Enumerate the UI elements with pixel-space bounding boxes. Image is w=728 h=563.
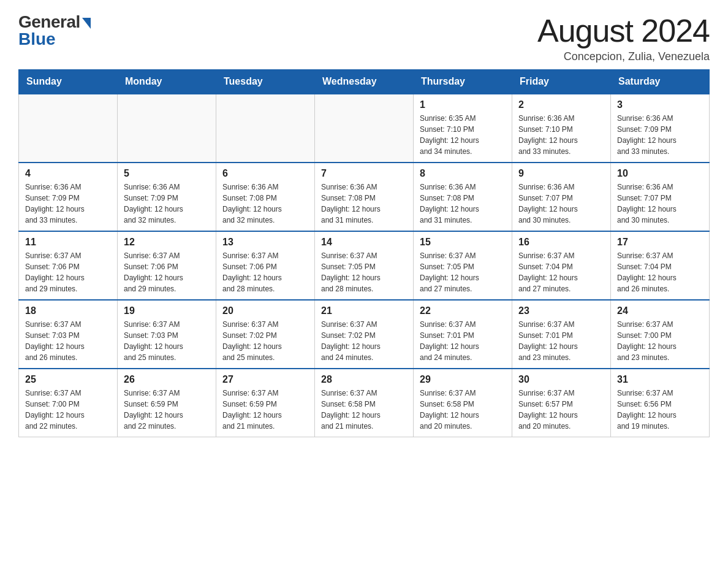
day-info: Sunrise: 6:37 AMSunset: 7:05 PMDaylight:… bbox=[420, 250, 506, 294]
day-number: 23 bbox=[518, 305, 604, 316]
calendar-cell: 18Sunrise: 6:37 AMSunset: 7:03 PMDayligh… bbox=[19, 300, 118, 369]
day-info: Sunrise: 6:37 AMSunset: 7:02 PMDaylight:… bbox=[321, 319, 407, 363]
day-number: 1 bbox=[420, 99, 506, 110]
day-info: Sunrise: 6:37 AMSunset: 7:06 PMDaylight:… bbox=[222, 250, 308, 294]
day-info: Sunrise: 6:37 AMSunset: 6:57 PMDaylight:… bbox=[518, 388, 604, 432]
week-row-5: 25Sunrise: 6:37 AMSunset: 7:00 PMDayligh… bbox=[19, 369, 710, 437]
calendar-cell: 1Sunrise: 6:35 AMSunset: 7:10 PMDaylight… bbox=[414, 94, 512, 163]
day-number: 24 bbox=[617, 305, 703, 316]
calendar-cell: 24Sunrise: 6:37 AMSunset: 7:00 PMDayligh… bbox=[611, 300, 710, 369]
day-number: 9 bbox=[518, 168, 604, 179]
day-info: Sunrise: 6:36 AMSunset: 7:07 PMDaylight:… bbox=[617, 182, 703, 226]
day-info: Sunrise: 6:37 AMSunset: 7:06 PMDaylight:… bbox=[124, 250, 210, 294]
day-info: Sunrise: 6:36 AMSunset: 7:08 PMDaylight:… bbox=[222, 182, 308, 226]
logo-arrow-icon bbox=[82, 18, 91, 29]
day-info: Sunrise: 6:37 AMSunset: 7:00 PMDaylight:… bbox=[25, 388, 111, 432]
calendar-cell: 20Sunrise: 6:37 AMSunset: 7:02 PMDayligh… bbox=[216, 300, 315, 369]
calendar-cell: 10Sunrise: 6:36 AMSunset: 7:07 PMDayligh… bbox=[611, 163, 710, 231]
day-number: 3 bbox=[617, 99, 703, 110]
weekday-header-saturday: Saturday bbox=[611, 70, 710, 94]
day-info: Sunrise: 6:36 AMSunset: 7:09 PMDaylight:… bbox=[617, 113, 703, 157]
day-info: Sunrise: 6:37 AMSunset: 7:02 PMDaylight:… bbox=[222, 319, 308, 363]
calendar-cell bbox=[118, 94, 216, 163]
day-info: Sunrise: 6:36 AMSunset: 7:08 PMDaylight:… bbox=[321, 182, 407, 226]
day-info: Sunrise: 6:37 AMSunset: 7:04 PMDaylight:… bbox=[617, 250, 703, 294]
day-info: Sunrise: 6:37 AMSunset: 7:03 PMDaylight:… bbox=[25, 319, 111, 363]
day-number: 2 bbox=[518, 99, 604, 110]
calendar-cell: 15Sunrise: 6:37 AMSunset: 7:05 PMDayligh… bbox=[414, 231, 512, 300]
week-row-1: 1Sunrise: 6:35 AMSunset: 7:10 PMDaylight… bbox=[19, 94, 710, 163]
day-info: Sunrise: 6:37 AMSunset: 7:05 PMDaylight:… bbox=[321, 250, 407, 294]
page-header: General Blue August 2024 Concepcion, Zul… bbox=[18, 12, 710, 63]
logo-blue-text: Blue bbox=[18, 29, 56, 49]
calendar-cell: 16Sunrise: 6:37 AMSunset: 7:04 PMDayligh… bbox=[512, 231, 611, 300]
day-info: Sunrise: 6:37 AMSunset: 6:59 PMDaylight:… bbox=[124, 388, 210, 432]
calendar-cell: 17Sunrise: 6:37 AMSunset: 7:04 PMDayligh… bbox=[611, 231, 710, 300]
calendar-cell: 9Sunrise: 6:36 AMSunset: 7:07 PMDaylight… bbox=[512, 163, 611, 231]
day-number: 8 bbox=[420, 168, 506, 179]
day-number: 30 bbox=[518, 374, 604, 385]
week-row-2: 4Sunrise: 6:36 AMSunset: 7:09 PMDaylight… bbox=[19, 163, 710, 231]
calendar-cell: 29Sunrise: 6:37 AMSunset: 6:58 PMDayligh… bbox=[414, 369, 512, 437]
calendar-cell: 31Sunrise: 6:37 AMSunset: 6:56 PMDayligh… bbox=[611, 369, 710, 437]
day-number: 14 bbox=[321, 237, 407, 248]
calendar-cell: 23Sunrise: 6:37 AMSunset: 7:01 PMDayligh… bbox=[512, 300, 611, 369]
day-info: Sunrise: 6:37 AMSunset: 6:56 PMDaylight:… bbox=[617, 388, 703, 432]
day-info: Sunrise: 6:36 AMSunset: 7:09 PMDaylight:… bbox=[124, 182, 210, 226]
calendar-table: SundayMondayTuesdayWednesdayThursdayFrid… bbox=[18, 69, 710, 437]
day-number: 12 bbox=[124, 237, 210, 248]
day-number: 6 bbox=[222, 168, 308, 179]
day-number: 18 bbox=[25, 305, 111, 316]
day-info: Sunrise: 6:36 AMSunset: 7:07 PMDaylight:… bbox=[518, 182, 604, 226]
calendar-cell: 12Sunrise: 6:37 AMSunset: 7:06 PMDayligh… bbox=[118, 231, 216, 300]
calendar-cell: 11Sunrise: 6:37 AMSunset: 7:06 PMDayligh… bbox=[19, 231, 118, 300]
day-number: 13 bbox=[222, 237, 308, 248]
day-info: Sunrise: 6:37 AMSunset: 6:58 PMDaylight:… bbox=[321, 388, 407, 432]
calendar-cell: 5Sunrise: 6:36 AMSunset: 7:09 PMDaylight… bbox=[118, 163, 216, 231]
calendar-cell: 19Sunrise: 6:37 AMSunset: 7:03 PMDayligh… bbox=[118, 300, 216, 369]
day-info: Sunrise: 6:37 AMSunset: 6:58 PMDaylight:… bbox=[420, 388, 506, 432]
day-number: 27 bbox=[222, 374, 308, 385]
logo: General Blue bbox=[18, 12, 91, 49]
weekday-header-friday: Friday bbox=[512, 70, 611, 94]
day-number: 20 bbox=[222, 305, 308, 316]
day-info: Sunrise: 6:37 AMSunset: 7:04 PMDaylight:… bbox=[518, 250, 604, 294]
weekday-header-tuesday: Tuesday bbox=[216, 70, 315, 94]
day-info: Sunrise: 6:37 AMSunset: 6:59 PMDaylight:… bbox=[222, 388, 308, 432]
calendar-cell: 22Sunrise: 6:37 AMSunset: 7:01 PMDayligh… bbox=[414, 300, 512, 369]
day-info: Sunrise: 6:37 AMSunset: 7:06 PMDaylight:… bbox=[25, 250, 111, 294]
day-info: Sunrise: 6:37 AMSunset: 7:01 PMDaylight:… bbox=[518, 319, 604, 363]
day-number: 10 bbox=[617, 168, 703, 179]
weekday-header-sunday: Sunday bbox=[19, 70, 118, 94]
day-number: 16 bbox=[518, 237, 604, 248]
day-number: 19 bbox=[124, 305, 210, 316]
weekday-header-wednesday: Wednesday bbox=[315, 70, 414, 94]
day-number: 31 bbox=[617, 374, 703, 385]
weekday-header-monday: Monday bbox=[118, 70, 216, 94]
calendar-title: August 2024 bbox=[537, 12, 710, 49]
day-number: 4 bbox=[25, 168, 111, 179]
calendar-cell: 30Sunrise: 6:37 AMSunset: 6:57 PMDayligh… bbox=[512, 369, 611, 437]
calendar-cell: 4Sunrise: 6:36 AMSunset: 7:09 PMDaylight… bbox=[19, 163, 118, 231]
calendar-cell: 7Sunrise: 6:36 AMSunset: 7:08 PMDaylight… bbox=[315, 163, 414, 231]
day-number: 22 bbox=[420, 305, 506, 316]
day-number: 25 bbox=[25, 374, 111, 385]
calendar-subtitle: Concepcion, Zulia, Venezuela bbox=[537, 50, 710, 63]
week-row-4: 18Sunrise: 6:37 AMSunset: 7:03 PMDayligh… bbox=[19, 300, 710, 369]
day-info: Sunrise: 6:37 AMSunset: 7:01 PMDaylight:… bbox=[420, 319, 506, 363]
calendar-cell: 21Sunrise: 6:37 AMSunset: 7:02 PMDayligh… bbox=[315, 300, 414, 369]
week-row-3: 11Sunrise: 6:37 AMSunset: 7:06 PMDayligh… bbox=[19, 231, 710, 300]
day-info: Sunrise: 6:36 AMSunset: 7:09 PMDaylight:… bbox=[25, 182, 111, 226]
day-number: 7 bbox=[321, 168, 407, 179]
day-info: Sunrise: 6:36 AMSunset: 7:08 PMDaylight:… bbox=[420, 182, 506, 226]
calendar-cell: 26Sunrise: 6:37 AMSunset: 6:59 PMDayligh… bbox=[118, 369, 216, 437]
calendar-cell: 8Sunrise: 6:36 AMSunset: 7:08 PMDaylight… bbox=[414, 163, 512, 231]
weekday-header-thursday: Thursday bbox=[414, 70, 512, 94]
day-info: Sunrise: 6:35 AMSunset: 7:10 PMDaylight:… bbox=[420, 113, 506, 157]
day-number: 17 bbox=[617, 237, 703, 248]
calendar-cell: 6Sunrise: 6:36 AMSunset: 7:08 PMDaylight… bbox=[216, 163, 315, 231]
day-info: Sunrise: 6:36 AMSunset: 7:10 PMDaylight:… bbox=[518, 113, 604, 157]
calendar-cell: 14Sunrise: 6:37 AMSunset: 7:05 PMDayligh… bbox=[315, 231, 414, 300]
day-number: 29 bbox=[420, 374, 506, 385]
day-number: 11 bbox=[25, 237, 111, 248]
